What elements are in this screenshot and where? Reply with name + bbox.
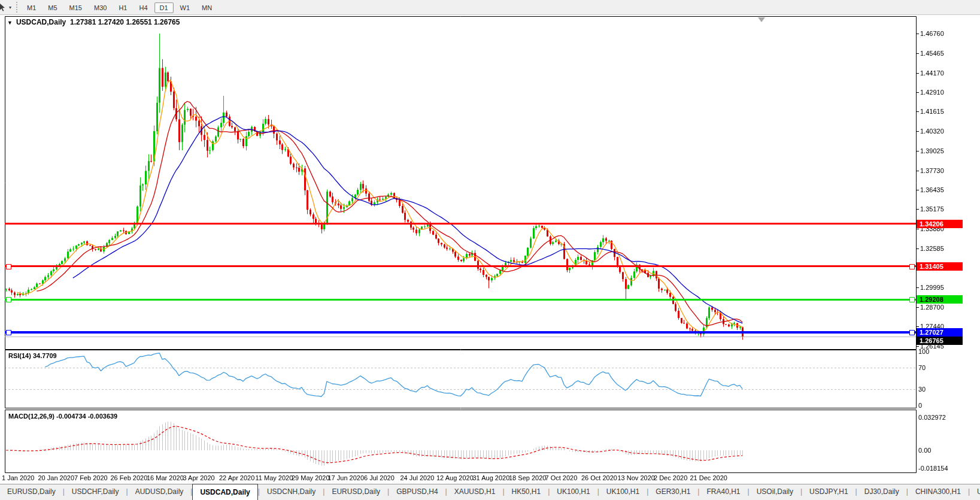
- price-tick-label: 1.36435: [920, 186, 944, 193]
- date-tick-label: 26 Oct 2020: [581, 474, 617, 481]
- tab-audusd-daily[interactable]: AUDUSD,Daily: [128, 484, 191, 500]
- tab-usdcnh-daily[interactable]: USDCNH,Daily: [260, 484, 323, 500]
- macd-axis-label: 0.032972: [918, 414, 946, 421]
- price-badge-1.31405: 1.31405: [917, 262, 963, 271]
- price-tick-mark: [916, 190, 919, 190]
- horizontal-line-1.34206[interactable]: [5, 223, 916, 225]
- price-badge-1.27027: 1.27027: [917, 328, 963, 337]
- drawing-tool-caret[interactable]: ▾: [9, 5, 11, 10]
- tab-china300-h1[interactable]: CHINA300,H1: [908, 484, 968, 500]
- chart-title: ▼USDCAD,Daily 1.27381 1.27420 1.26551 1.…: [7, 18, 180, 26]
- macd-axis-label: 0.00: [918, 447, 931, 454]
- price-tick-mark: [916, 53, 919, 54]
- tab-uk100-h1[interactable]: UK100,H1: [599, 484, 647, 500]
- price-tick-label: 1.29995: [920, 284, 944, 291]
- date-tick-label: 31 Aug 2020: [473, 474, 510, 481]
- line-handle[interactable]: [6, 330, 11, 335]
- date-tick-label: 24 Jul 2020: [401, 474, 435, 481]
- tab-usdjpy-h1[interactable]: USDJPY,H1: [802, 484, 855, 500]
- timeframe-button-m15[interactable]: M15: [64, 2, 87, 13]
- line-handle[interactable]: [909, 330, 915, 335]
- tab-uk100-h1[interactable]: UK100,H1: [550, 484, 597, 500]
- chart-collapse-icon[interactable]: ▼: [7, 20, 13, 26]
- rsi-axis-label: 30: [918, 386, 926, 393]
- price-tick-mark: [916, 287, 919, 288]
- timeframe-button-d1[interactable]: D1: [154, 2, 174, 13]
- horizontal-line-1.29208[interactable]: [5, 299, 916, 301]
- price-tick-mark: [916, 73, 919, 74]
- tab-hk50-h1[interactable]: HK50,H1: [505, 484, 548, 500]
- price-tick-mark: [916, 171, 919, 171]
- price-tick-mark: [916, 92, 919, 93]
- price-badge-1.26765: 1.26765: [917, 337, 963, 345]
- price-tick-label: 1.42910: [920, 89, 944, 96]
- price-tick-mark: [916, 346, 919, 347]
- price-badge-1.29208: 1.29208: [917, 295, 963, 304]
- price-tick-mark: [916, 229, 919, 229]
- tab-ger30-h1[interactable]: GER30,H1: [648, 484, 697, 500]
- timeframe-button-h1[interactable]: H1: [113, 2, 132, 13]
- price-tick-label: 1.46760: [920, 30, 944, 37]
- price-tick-label: 1.35175: [920, 205, 944, 213]
- tab-eurusd-daily[interactable]: EURUSD,Daily: [0, 484, 63, 500]
- timeframe-button-m5[interactable]: M5: [43, 2, 62, 13]
- macd-axis-label: -0.018154: [918, 465, 948, 472]
- rsi-axis-label: 100: [918, 348, 929, 355]
- price-tick-mark: [916, 307, 919, 308]
- horizontal-line-1.31405[interactable]: [5, 265, 916, 267]
- price-tick-label: 1.39025: [920, 147, 944, 154]
- price-tick-label: 1.37730: [920, 167, 944, 174]
- horizontal-line-1.26765[interactable]: [5, 337, 916, 337]
- price-tick-label: 1.32585: [920, 245, 944, 252]
- chart-canvas[interactable]: [0, 0, 980, 484]
- horizontal-line-1.27027[interactable]: [5, 331, 916, 334]
- drawing-tool-icon[interactable]: [0, 2, 8, 12]
- tab-usdcad-daily[interactable]: USDCAD,Daily: [192, 484, 257, 500]
- rsi-axis-label: 0: [918, 402, 922, 409]
- tab-usdchf-daily[interactable]: USDCHF,Daily: [65, 484, 126, 500]
- line-handle[interactable]: [909, 264, 915, 269]
- tab-usoil-h1[interactable]: USOil,H1: [970, 484, 980, 500]
- chart-quote-values: 1.27381 1.27420 1.26551 1.26765: [70, 18, 180, 26]
- rsi-axis-label: 70: [918, 364, 926, 371]
- date-tick-label: 3 Apr 2020: [183, 474, 215, 481]
- chart-symbol-label: USDCAD,Daily: [16, 18, 66, 26]
- date-tick-label: 7 Oct 2020: [545, 474, 578, 481]
- timeframe-button-h4[interactable]: H4: [134, 2, 153, 13]
- date-tick-label: 11 May 2020: [256, 474, 293, 481]
- chart-tab-bar: EURUSD,Daily|USDCHF,Daily|AUDUSD,Daily|U…: [0, 484, 980, 500]
- timeframe-button-mn[interactable]: MN: [196, 2, 217, 13]
- chart-shift-marker[interactable]: [758, 17, 765, 22]
- tab-dj30-daily[interactable]: DJ30,Daily: [857, 484, 906, 500]
- timeframe-button-m1[interactable]: M1: [22, 2, 41, 13]
- top-toolbar: ▾ M1M5M15M30H1H4D1W1MN: [0, 0, 980, 15]
- rsi-value: 34.7709: [33, 352, 57, 359]
- tab-gbpusd-h4[interactable]: GBPUSD,H4: [389, 484, 445, 500]
- macd-values: -0.004734 -0.003639: [56, 413, 117, 420]
- tab-fra40-h1[interactable]: FRA40,H1: [699, 484, 747, 500]
- price-tick-label: 1.45465: [920, 50, 944, 57]
- date-tick-label: 26 Feb 2020: [111, 474, 148, 481]
- price-tick-label: 1.28700: [920, 304, 944, 311]
- line-handle[interactable]: [909, 297, 915, 302]
- date-tick-label: 18 Sep 2020: [509, 474, 546, 481]
- date-tick-label: 2 Dec 2020: [654, 474, 687, 481]
- price-tick-label: 1.40320: [920, 128, 944, 135]
- date-tick-label: 13 Nov 2020: [618, 474, 655, 481]
- price-badge-1.34206: 1.34206: [917, 220, 963, 228]
- date-tick-label: 12 Aug 2020: [436, 474, 474, 481]
- date-tick-label: 1 Jan 2020: [2, 474, 34, 481]
- date-tick-label: 21 Dec 2020: [690, 474, 727, 481]
- timeframe-button-w1[interactable]: W1: [175, 2, 196, 13]
- price-tick-mark: [916, 131, 919, 132]
- line-handle[interactable]: [6, 264, 11, 269]
- toolbar-grip: [16, 2, 17, 13]
- tab-usoil-daily[interactable]: USOil,Daily: [750, 484, 800, 500]
- timeframe-button-m30[interactable]: M30: [89, 2, 112, 13]
- line-handle[interactable]: [6, 297, 11, 302]
- tab-xauusd-h1[interactable]: XAUUSD,H1: [447, 484, 503, 500]
- price-tick-label: 1.44170: [920, 69, 944, 77]
- timeframe-button-group: M1M5M15M30H1H4D1W1MN: [21, 2, 218, 13]
- price-tick-mark: [916, 326, 919, 327]
- tab-eurusd-daily[interactable]: EURUSD,Daily: [324, 484, 387, 500]
